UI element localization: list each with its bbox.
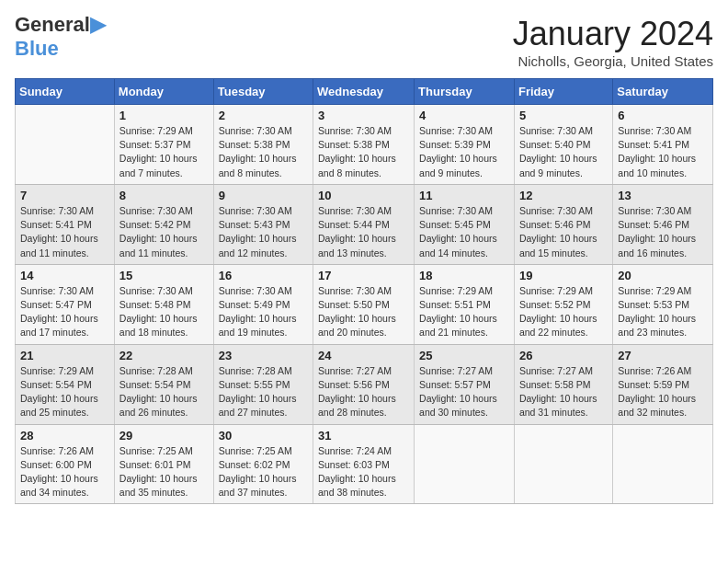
day-cell: 20Sunrise: 7:29 AM Sunset: 5:53 PM Dayli… (613, 264, 713, 344)
title-block: January 2024 Nicholls, Georgia, United S… (513, 15, 713, 69)
header-tuesday: Tuesday (213, 79, 313, 105)
day-cell: 14Sunrise: 7:30 AM Sunset: 5:47 PM Dayli… (16, 264, 115, 344)
day-info: Sunrise: 7:30 AM Sunset: 5:47 PM Dayligh… (20, 284, 109, 340)
day-number: 10 (318, 189, 409, 202)
day-cell: 26Sunrise: 7:27 AM Sunset: 5:58 PM Dayli… (514, 344, 612, 424)
day-info: Sunrise: 7:29 AM Sunset: 5:37 PM Dayligh… (119, 124, 209, 180)
day-cell: 1Sunrise: 7:29 AM Sunset: 5:37 PM Daylig… (114, 105, 213, 185)
calendar-table: SundayMondayTuesdayWednesdayThursdayFrid… (15, 78, 713, 504)
day-number: 30 (219, 429, 308, 442)
day-cell: 6Sunrise: 7:30 AM Sunset: 5:41 PM Daylig… (613, 105, 713, 185)
day-cell: 18Sunrise: 7:29 AM Sunset: 5:51 PM Dayli… (415, 264, 515, 344)
day-info: Sunrise: 7:29 AM Sunset: 5:51 PM Dayligh… (419, 284, 509, 340)
week-row-1: 1Sunrise: 7:29 AM Sunset: 5:37 PM Daylig… (16, 105, 713, 185)
day-number: 19 (519, 269, 608, 282)
day-number: 2 (219, 109, 308, 122)
day-info: Sunrise: 7:25 AM Sunset: 6:01 PM Dayligh… (119, 444, 209, 500)
day-cell (16, 105, 115, 185)
day-info: Sunrise: 7:30 AM Sunset: 5:43 PM Dayligh… (219, 204, 308, 260)
day-number: 13 (618, 189, 708, 202)
day-info: Sunrise: 7:28 AM Sunset: 5:54 PM Dayligh… (119, 364, 209, 420)
day-cell: 7Sunrise: 7:30 AM Sunset: 5:41 PM Daylig… (16, 184, 115, 264)
day-info: Sunrise: 7:30 AM Sunset: 5:44 PM Dayligh… (318, 204, 409, 260)
day-cell (415, 424, 515, 504)
header-monday: Monday (114, 79, 213, 105)
header-friday: Friday (514, 79, 612, 105)
day-info: Sunrise: 7:30 AM Sunset: 5:41 PM Dayligh… (618, 124, 708, 180)
day-cell: 28Sunrise: 7:26 AM Sunset: 6:00 PM Dayli… (16, 424, 115, 504)
day-info: Sunrise: 7:30 AM Sunset: 5:38 PM Dayligh… (219, 124, 308, 180)
logo-blue-text: Blue (15, 37, 59, 61)
day-info: Sunrise: 7:30 AM Sunset: 5:42 PM Dayligh… (119, 204, 209, 260)
day-number: 3 (318, 109, 409, 122)
day-number: 5 (519, 109, 608, 122)
day-info: Sunrise: 7:27 AM Sunset: 5:58 PM Dayligh… (519, 364, 608, 420)
day-info: Sunrise: 7:30 AM Sunset: 5:41 PM Dayligh… (20, 204, 109, 260)
day-info: Sunrise: 7:30 AM Sunset: 5:40 PM Dayligh… (519, 124, 608, 180)
day-info: Sunrise: 7:29 AM Sunset: 5:53 PM Dayligh… (618, 284, 708, 340)
day-info: Sunrise: 7:24 AM Sunset: 6:03 PM Dayligh… (318, 444, 409, 500)
day-info: Sunrise: 7:30 AM Sunset: 5:45 PM Dayligh… (419, 204, 509, 260)
day-number: 28 (20, 429, 109, 442)
day-number: 24 (318, 349, 409, 362)
day-number: 11 (419, 189, 509, 202)
day-cell: 23Sunrise: 7:28 AM Sunset: 5:55 PM Dayli… (213, 344, 313, 424)
location: Nicholls, Georgia, United States (513, 53, 713, 69)
header-thursday: Thursday (415, 79, 515, 105)
day-number: 1 (119, 109, 209, 122)
day-info: Sunrise: 7:26 AM Sunset: 5:59 PM Dayligh… (618, 364, 708, 420)
day-cell: 31Sunrise: 7:24 AM Sunset: 6:03 PM Dayli… (313, 424, 415, 504)
day-number: 29 (119, 429, 209, 442)
day-info: Sunrise: 7:25 AM Sunset: 6:02 PM Dayligh… (219, 444, 308, 500)
day-info: Sunrise: 7:29 AM Sunset: 5:54 PM Dayligh… (20, 364, 109, 420)
day-number: 20 (618, 269, 708, 282)
day-cell: 27Sunrise: 7:26 AM Sunset: 5:59 PM Dayli… (613, 344, 713, 424)
day-info: Sunrise: 7:27 AM Sunset: 5:57 PM Dayligh… (419, 364, 509, 420)
day-cell: 13Sunrise: 7:30 AM Sunset: 5:46 PM Dayli… (613, 184, 713, 264)
day-number: 31 (318, 429, 409, 442)
header-saturday: Saturday (613, 79, 713, 105)
logo-blue: ▶ (90, 13, 106, 36)
month-title: January 2024 (513, 15, 713, 53)
day-number: 25 (419, 349, 509, 362)
day-number: 22 (119, 349, 209, 362)
day-cell: 30Sunrise: 7:25 AM Sunset: 6:02 PM Dayli… (213, 424, 313, 504)
day-number: 21 (20, 349, 109, 362)
day-cell: 24Sunrise: 7:27 AM Sunset: 5:56 PM Dayli… (313, 344, 415, 424)
day-number: 26 (519, 349, 608, 362)
day-cell: 17Sunrise: 7:30 AM Sunset: 5:50 PM Dayli… (313, 264, 415, 344)
day-info: Sunrise: 7:30 AM Sunset: 5:48 PM Dayligh… (119, 284, 209, 340)
day-number: 4 (419, 109, 509, 122)
day-cell: 16Sunrise: 7:30 AM Sunset: 5:49 PM Dayli… (213, 264, 313, 344)
day-info: Sunrise: 7:28 AM Sunset: 5:55 PM Dayligh… (219, 364, 308, 420)
week-row-3: 14Sunrise: 7:30 AM Sunset: 5:47 PM Dayli… (16, 264, 713, 344)
day-cell: 21Sunrise: 7:29 AM Sunset: 5:54 PM Dayli… (16, 344, 115, 424)
day-info: Sunrise: 7:30 AM Sunset: 5:38 PM Dayligh… (318, 124, 409, 180)
header-sunday: Sunday (16, 79, 115, 105)
day-cell: 29Sunrise: 7:25 AM Sunset: 6:01 PM Dayli… (114, 424, 213, 504)
day-info: Sunrise: 7:30 AM Sunset: 5:46 PM Dayligh… (519, 204, 608, 260)
day-number: 6 (618, 109, 708, 122)
day-cell: 25Sunrise: 7:27 AM Sunset: 5:57 PM Dayli… (415, 344, 515, 424)
day-cell (613, 424, 713, 504)
day-number: 9 (219, 189, 308, 202)
day-cell: 9Sunrise: 7:30 AM Sunset: 5:43 PM Daylig… (213, 184, 313, 264)
week-row-4: 21Sunrise: 7:29 AM Sunset: 5:54 PM Dayli… (16, 344, 713, 424)
day-info: Sunrise: 7:30 AM Sunset: 5:50 PM Dayligh… (318, 284, 409, 340)
day-info: Sunrise: 7:26 AM Sunset: 6:00 PM Dayligh… (20, 444, 109, 500)
day-cell: 8Sunrise: 7:30 AM Sunset: 5:42 PM Daylig… (114, 184, 213, 264)
day-info: Sunrise: 7:27 AM Sunset: 5:56 PM Dayligh… (318, 364, 409, 420)
day-cell: 3Sunrise: 7:30 AM Sunset: 5:38 PM Daylig… (313, 105, 415, 185)
day-info: Sunrise: 7:30 AM Sunset: 5:46 PM Dayligh… (618, 204, 708, 260)
week-row-2: 7Sunrise: 7:30 AM Sunset: 5:41 PM Daylig… (16, 184, 713, 264)
day-cell: 15Sunrise: 7:30 AM Sunset: 5:48 PM Dayli… (114, 264, 213, 344)
day-cell: 19Sunrise: 7:29 AM Sunset: 5:52 PM Dayli… (514, 264, 612, 344)
day-number: 7 (20, 189, 109, 202)
day-number: 15 (119, 269, 209, 282)
day-number: 16 (219, 269, 308, 282)
day-cell (514, 424, 612, 504)
day-number: 8 (119, 189, 209, 202)
day-info: Sunrise: 7:29 AM Sunset: 5:52 PM Dayligh… (519, 284, 608, 340)
day-number: 17 (318, 269, 409, 282)
day-cell: 4Sunrise: 7:30 AM Sunset: 5:39 PM Daylig… (415, 105, 515, 185)
